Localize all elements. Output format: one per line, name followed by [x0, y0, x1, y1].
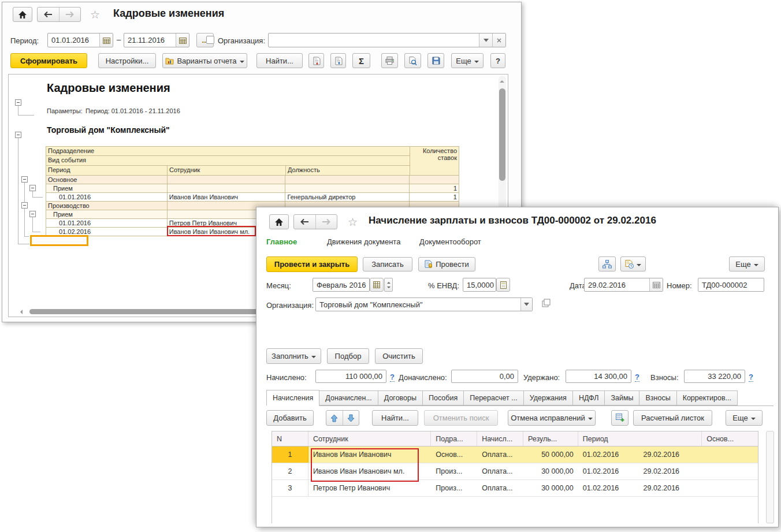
table-row[interactable]: 1 Иванов Иван Иванович Основ... Оплата..… [272, 447, 758, 463]
print-button[interactable] [381, 53, 398, 68]
tree-expander[interactable] [29, 185, 36, 191]
cell-period-from[interactable]: 01.02.2016 [578, 463, 639, 479]
tab-document-flow[interactable]: Документооборот [419, 237, 481, 246]
withheld-field[interactable]: 14 300,00 [566, 370, 631, 383]
chevron-down-icon[interactable] [520, 298, 532, 311]
cell-result[interactable]: 30 000,00 [523, 463, 578, 479]
tree-expander[interactable] [15, 132, 21, 138]
selected-cell[interactable] [30, 235, 88, 246]
header-period[interactable]: Период [46, 166, 168, 176]
cell-n[interactable]: 3 [272, 480, 308, 496]
report-row-group[interactable]: Основное [46, 176, 459, 184]
pick-button[interactable]: Подбор [327, 348, 369, 364]
post-button[interactable]: Провести [418, 257, 475, 271]
add-row-button[interactable]: Добавить [266, 410, 314, 426]
cell-accrual[interactable]: Оплата... [477, 447, 523, 463]
header-base[interactable]: Основ... [702, 431, 758, 446]
back-button[interactable] [38, 8, 59, 21]
tree-expander[interactable] [15, 99, 21, 106]
cell-employee[interactable] [168, 176, 286, 184]
payslip-button[interactable]: Расчетный листок [633, 410, 712, 426]
calendar-icon[interactable] [176, 34, 189, 47]
change-history-button[interactable] [620, 256, 646, 271]
add-column-button[interactable] [611, 410, 628, 426]
cell-position[interactable] [285, 184, 410, 193]
period-to-field[interactable]: 21.11.2016 [124, 33, 189, 47]
scroll-left-arrow-icon[interactable] [18, 310, 23, 314]
header-rate-count[interactable]: Количество ставок [410, 147, 459, 176]
tab-additional-accruals[interactable]: Доначислен... [319, 390, 378, 405]
cell-n[interactable]: 1 [272, 447, 308, 463]
date-field[interactable]: 29.02.2016 [584, 278, 663, 292]
forward-button[interactable] [59, 8, 81, 21]
contributions-field[interactable]: 33 220,00 [684, 370, 745, 383]
cell-employee[interactable]: Петров Петр Иванович [308, 480, 431, 496]
organization-combo[interactable]: Торговый дом "Комплексный" [315, 297, 533, 311]
more-button[interactable]: Еще [729, 256, 765, 271]
forward-button[interactable] [316, 215, 337, 229]
report-variants-button[interactable]: Варианты отчета [162, 53, 247, 68]
cell-accrual[interactable]: Оплата... [477, 463, 523, 479]
cell-period-from[interactable]: 01.02.2016 [578, 480, 639, 496]
back-button[interactable] [294, 215, 315, 229]
tab-benefits[interactable]: Пособия [423, 390, 464, 405]
cell-rate[interactable]: 1 [410, 184, 459, 193]
scroll-up-arrow-icon[interactable] [500, 78, 504, 83]
table-row[interactable]: 2 Иванов Иван Иванович мл. Произ... Опла… [272, 463, 758, 480]
accrued-field[interactable]: 110 000,00 [315, 370, 386, 383]
calendar-icon[interactable] [649, 278, 663, 291]
cell-division[interactable]: Основ... [431, 447, 477, 463]
vertical-scrollbar-track[interactable] [766, 431, 774, 523]
move-down-button[interactable] [343, 411, 359, 425]
find-button[interactable]: Найти... [372, 410, 418, 426]
cell-base[interactable] [702, 463, 758, 479]
cell-employee[interactable]: Иванов Иван Иванович [308, 447, 431, 463]
period-from-field[interactable]: 01.01.2016 [47, 33, 113, 47]
favorite-star-icon[interactable]: ☆ [90, 8, 100, 21]
document-structure-button[interactable] [598, 256, 616, 271]
more-button[interactable]: Еще [451, 53, 484, 68]
generate-button[interactable]: Сформировать [10, 53, 87, 68]
envd-field[interactable]: 15,0000 [463, 278, 496, 292]
chevron-down-icon[interactable] [479, 34, 492, 47]
contributions-help-link[interactable]: ? [749, 373, 753, 382]
header-period[interactable]: Период [578, 431, 702, 446]
header-position[interactable]: Должность [286, 166, 410, 176]
collapse-groups-button[interactable] [330, 53, 346, 68]
tree-expander[interactable] [21, 202, 28, 209]
fill-button[interactable]: Заполнить [266, 348, 321, 364]
tab-contributions[interactable]: Взносы [639, 390, 676, 405]
cell-period-from[interactable]: 01.02.2016 [578, 447, 639, 463]
report-row-detail[interactable]: 01.01.2016 Иванов Иван Иванович Генераль… [46, 193, 459, 202]
help-button[interactable]: ? [490, 53, 505, 68]
home-button[interactable] [13, 7, 32, 22]
header-division[interactable]: Подра... [431, 431, 477, 446]
save-button[interactable] [427, 53, 444, 68]
month-field[interactable]: Февраль 2016 [313, 278, 370, 292]
undo-corrections-button[interactable]: Отмена исправлений [508, 410, 596, 426]
accrued-help-link[interactable]: ? [390, 373, 395, 382]
tab-accruals[interactable]: Начисления [266, 390, 319, 406]
cell-n[interactable]: 2 [272, 463, 308, 479]
cell-period-to[interactable]: 29.02.2016 [639, 480, 702, 496]
favorite-star-icon[interactable]: ☆ [348, 215, 358, 229]
header-event-type[interactable]: Вид события [46, 156, 410, 166]
cell-accrual[interactable]: Оплата... [477, 480, 523, 496]
expand-groups-button[interactable] [308, 53, 324, 68]
header-result[interactable]: Резуль... [523, 431, 578, 446]
header-accrual[interactable]: Начисл... [477, 431, 523, 446]
totals-sigma-button[interactable]: Σ [352, 53, 370, 68]
cell-period[interactable]: Производство [46, 202, 168, 210]
tree-expander[interactable] [29, 211, 36, 217]
cell-period-to[interactable]: 29.02.2016 [639, 463, 702, 479]
cell-base[interactable] [702, 480, 758, 496]
clear-icon[interactable] [492, 34, 505, 47]
cell-period-to[interactable]: 29.02.2016 [639, 447, 702, 463]
table-row[interactable]: 3 Петров Петр Иванович Произ... Оплата..… [272, 480, 758, 497]
organization-combo[interactable] [268, 33, 506, 47]
tab-deductions[interactable]: Удержания [524, 390, 573, 405]
month-spinner[interactable] [384, 278, 393, 292]
cell-period[interactable]: 01.01.2016 [46, 219, 168, 228]
header-employee[interactable]: Сотрудник [308, 431, 431, 446]
month-picker-button[interactable] [370, 278, 384, 292]
